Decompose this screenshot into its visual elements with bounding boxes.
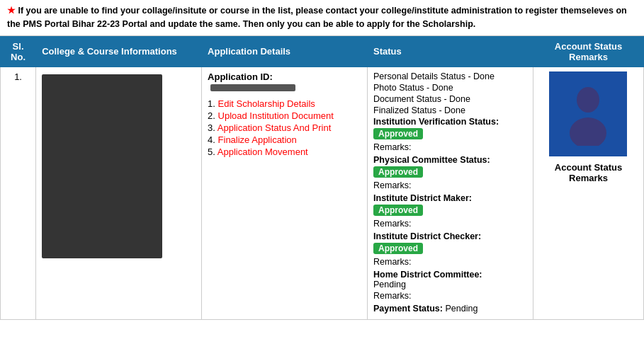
payment-status-value: Pending (445, 304, 478, 314)
header-account: Account Status Remarks (533, 36, 643, 67)
table-row: 1. Application ID: 1. Edit Scholarship D… (1, 67, 644, 319)
edit-scholarship-link[interactable]: Edit Scholarship Details (218, 98, 315, 109)
link-num-2: 2. (208, 110, 215, 121)
personal-details-status: Personal Details Status - Done (373, 71, 527, 81)
avatar (549, 71, 627, 156)
list-item: 2. Upload Institution Document (208, 110, 361, 121)
app-id-value (210, 84, 295, 91)
payment-status-label: Payment Status: (373, 304, 443, 314)
header-college: College & Course Informations (36, 36, 202, 67)
list-item: 5. Application Movement (208, 147, 361, 157)
college-cell (36, 67, 202, 319)
upload-document-link[interactable]: Upload Institution Document (218, 110, 334, 121)
list-item: 4. Finalize Application (208, 134, 361, 145)
maker-remarks: Remarks: (373, 219, 527, 229)
link-num-4: 4. (208, 134, 215, 145)
physical-approved-badge: Approved (373, 166, 423, 178)
account-status-label: Account Status (539, 162, 638, 173)
institution-remarks: Remarks: (373, 142, 527, 152)
app-id-label: Application ID: (208, 71, 273, 82)
checker-approved-badge: Approved (373, 243, 423, 254)
status-cell: Personal Details Status - Done Photo Sta… (368, 67, 533, 319)
physical-remarks: Remarks: (373, 180, 527, 190)
maker-approved-badge: Approved (373, 205, 423, 216)
institution-approved-badge: Approved (373, 128, 423, 139)
warning-star: ★ (7, 6, 16, 16)
warning-bar: ★ If you are unable to find your collage… (0, 0, 644, 36)
main-table: Sl. No. College & Course Informations Ap… (0, 36, 644, 320)
college-blurred (42, 74, 162, 258)
account-remarks-label: Remarks (539, 173, 638, 183)
institute-district-checker-label: Institute District Checker: (373, 231, 527, 241)
list-item: 3. Application Status And Print (208, 122, 361, 133)
document-status: Document Status - Done (373, 94, 527, 104)
person-silhouette-icon (563, 82, 613, 146)
application-status-link[interactable]: Application Status And Print (218, 122, 331, 133)
app-details-cell: Application ID: 1. Edit Scholarship Deta… (202, 67, 368, 319)
checker-remarks: Remarks: (373, 257, 527, 267)
sl-cell: 1. (1, 67, 36, 319)
svg-point-1 (570, 117, 606, 146)
list-item: 1. Edit Scholarship Details (208, 98, 361, 109)
finalize-application-link[interactable]: Finalize Application (218, 134, 297, 145)
warning-text: If you are unable to find your collage/i… (7, 6, 627, 29)
account-cell: Account Status Remarks (533, 67, 643, 319)
physical-committee-label: Physical Committee Status: (373, 155, 527, 165)
app-links-list: 1. Edit Scholarship Details 2. Upload In… (208, 98, 361, 157)
home-district-remarks: Remarks: (373, 291, 527, 301)
institute-district-maker-label: Institute District Maker: (373, 193, 527, 203)
svg-point-0 (577, 87, 599, 113)
photo-status: Photo Status - Done (373, 83, 527, 93)
link-num-5: 5. (208, 147, 215, 157)
header-sl: Sl. No. (1, 36, 36, 67)
link-num-3: 3. (208, 122, 215, 133)
home-district-label: Home District Committee: (373, 270, 527, 280)
finalized-status: Finalized Status - Done (373, 105, 527, 115)
link-num-1: 1. (208, 98, 215, 109)
institution-verification-label: Institution Verification Status: (373, 117, 527, 127)
header-app: Application Details (202, 36, 368, 67)
header-status: Status (368, 36, 533, 67)
application-movement-link[interactable]: Application Movement (218, 147, 308, 157)
payment-status: Payment Status: Pending (373, 304, 527, 314)
home-district-value: Pending (373, 280, 527, 289)
